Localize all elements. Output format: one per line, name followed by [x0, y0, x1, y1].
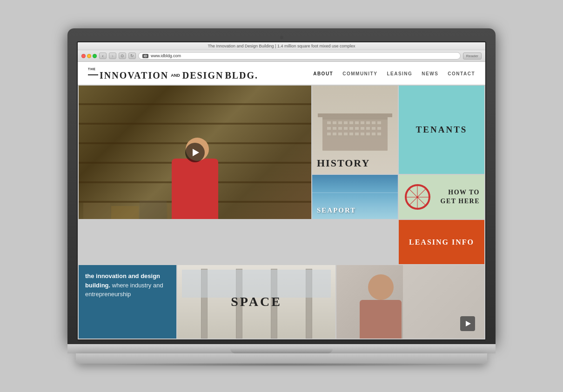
building-sketch: [318, 106, 392, 153]
seaport-label: SEAPORT: [317, 206, 356, 214]
svg-rect-19: [361, 127, 364, 130]
svg-rect-28: [355, 133, 359, 135]
back-button[interactable]: ‹: [99, 53, 107, 59]
nav-leasing[interactable]: LEASING: [387, 71, 412, 76]
laptop-hinge: [230, 349, 333, 353]
svg-rect-25: [338, 133, 342, 135]
main-grid: HISTORY SEAPORT: [78, 85, 485, 265]
blue-panel-text: the innovation and design building. wher…: [85, 272, 170, 299]
svg-rect-16: [344, 127, 348, 130]
svg-rect-2: [318, 113, 392, 117]
svg-rect-27: [349, 133, 353, 135]
browser-toolbar: ‹ › ⊙ ↻ ID www.idbldg.com Reader: [78, 50, 485, 62]
site-header: THE INNOVATION AND DESIGN BLDG. ABOUT: [78, 62, 485, 85]
play-button-main[interactable]: [185, 143, 205, 162]
url-text: www.idbldg.com: [151, 53, 181, 58]
main-video-tile[interactable]: [79, 86, 311, 219]
how-to-get-here-tile[interactable]: HOW TOGET HERE: [399, 175, 484, 219]
svg-rect-9: [361, 121, 364, 124]
svg-rect-26: [344, 133, 348, 135]
browser-title-bar: The Innovation and Design Building | 1.4…: [78, 42, 485, 50]
svg-rect-32: [377, 133, 381, 135]
dot-green[interactable]: [93, 54, 97, 58]
svg-rect-14: [333, 127, 336, 130]
svg-rect-13: [327, 127, 331, 130]
logo-design: DESIGN: [182, 71, 224, 80]
svg-rect-15: [338, 127, 342, 130]
browser-tab-title: The Innovation and Design Building | 1.4…: [208, 44, 355, 48]
svg-rect-3: [327, 121, 331, 124]
svg-rect-31: [372, 133, 375, 135]
right-col: TENANTS: [399, 86, 484, 264]
svg-rect-10: [366, 121, 370, 124]
logo-and: AND: [171, 73, 180, 78]
nav-news[interactable]: NEWS: [422, 71, 438, 76]
bottom-row: the innovation and design building. wher…: [78, 265, 485, 339]
svg-rect-18: [355, 127, 359, 130]
laptop-foot: [76, 353, 487, 364]
middle-col: HISTORY SEAPORT: [312, 86, 398, 264]
svg-rect-7: [349, 121, 353, 124]
svg-rect-20: [366, 127, 370, 130]
svg-rect-24: [333, 133, 336, 135]
laptop-camera: [280, 36, 283, 39]
browser-icon-1[interactable]: ⊙: [119, 53, 126, 59]
space-tile[interactable]: SPACE: [177, 265, 335, 339]
forward-button[interactable]: ›: [109, 53, 116, 59]
svg-rect-30: [366, 133, 370, 135]
svg-rect-21: [372, 127, 375, 130]
screen: The Innovation and Design Building | 1.4…: [77, 41, 486, 340]
play-button-secondary[interactable]: [460, 316, 475, 331]
space-label: SPACE: [231, 294, 282, 309]
blue-text-panel: the innovation and design building. wher…: [79, 265, 176, 339]
reader-button[interactable]: Reader: [463, 53, 482, 60]
browser-dots: [81, 54, 97, 58]
svg-rect-29: [361, 133, 364, 135]
svg-rect-4: [333, 121, 336, 124]
how-to-get-here-label: HOW TOGET HERE: [441, 188, 480, 205]
second-video-tile[interactable]: [336, 265, 484, 339]
browser-icon-2[interactable]: ↻: [128, 53, 136, 59]
laptop-container: The Innovation and Design Building | 1.4…: [67, 28, 496, 364]
svg-rect-22: [377, 127, 381, 130]
svg-rect-23: [327, 133, 331, 135]
tenants-label: TENANTS: [416, 125, 468, 135]
logo-bldg: BLDG.: [225, 71, 258, 80]
svg-rect-12: [377, 121, 381, 124]
logo-innovation: INNOVATION: [100, 71, 168, 80]
svg-rect-8: [355, 121, 359, 124]
leasing-info-tile[interactable]: LEASING INFO: [399, 220, 484, 264]
address-bar[interactable]: ID www.idbldg.com: [138, 52, 461, 60]
svg-rect-5: [338, 121, 342, 124]
nav-about[interactable]: ABOUT: [313, 71, 333, 76]
laptop-base: [67, 344, 496, 353]
nav-community[interactable]: ComMUniTY: [342, 71, 377, 76]
history-label: HISTORY: [317, 157, 370, 169]
website: THE INNOVATION AND DESIGN BLDG. ABOUT: [78, 62, 485, 339]
laptop-screen-body: The Innovation and Design Building | 1.4…: [67, 28, 496, 344]
dot-red[interactable]: [81, 54, 86, 58]
svg-rect-17: [349, 127, 353, 130]
dot-yellow[interactable]: [87, 54, 91, 58]
svg-rect-11: [372, 121, 375, 124]
site-nav: ABOUT ComMUniTY LEASING NEWS CONTACT: [313, 71, 475, 76]
id-badge: ID: [142, 54, 148, 58]
tenants-tile[interactable]: TENANTS: [399, 86, 484, 174]
logo-dash: [88, 74, 98, 75]
svg-rect-6: [344, 121, 348, 124]
seaport-tile[interactable]: SEAPORT: [312, 175, 398, 219]
history-tile[interactable]: HISTORY: [312, 86, 398, 174]
nav-contact[interactable]: CONTACT: [448, 71, 475, 76]
leasing-info-label: LEASING INFO: [409, 238, 474, 246]
logo[interactable]: THE INNOVATION AND DESIGN BLDG.: [88, 67, 258, 80]
